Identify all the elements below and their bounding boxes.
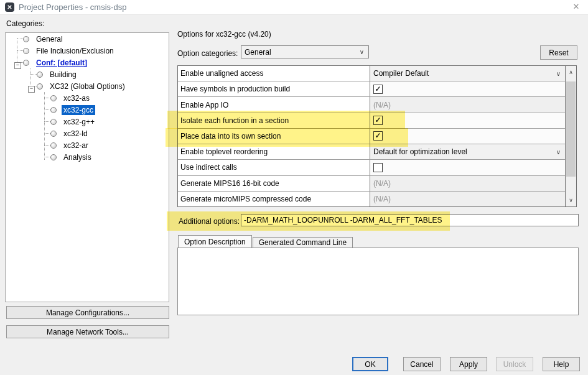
tree-item-xc32-ld[interactable]: xc32-ld [6, 127, 169, 139]
help-button[interactable]: Help [543, 357, 580, 371]
node-icon [50, 131, 57, 137]
scroll-down-icon[interactable]: ∨ [566, 194, 576, 206]
option-row-place-data-own-section: Place data into its own section ✓ [178, 129, 565, 144]
node-icon [23, 48, 29, 54]
manage-configurations-button[interactable]: Manage Configurations... [6, 306, 169, 319]
option-value-na: (N/A) [370, 97, 565, 112]
unlock-button: Unlock [496, 357, 533, 371]
scrollbar-thumb[interactable] [566, 81, 576, 177]
tree-item-xc32-ar[interactable]: xc32-ar [6, 139, 169, 151]
tree-item-analysis[interactable]: Analysis [6, 151, 169, 163]
categories-label: Categories: [6, 19, 44, 28]
options-heading: Options for xc32-gcc (v4.20) [177, 30, 271, 39]
scroll-up-icon[interactable]: ∧ [566, 66, 576, 78]
node-icon [23, 36, 29, 42]
option-row-use-indirect-calls: Use indirect calls [178, 160, 565, 175]
checkbox[interactable]: ✓ [373, 131, 383, 141]
option-name: Place data into its own section [178, 129, 370, 144]
option-value-dropdown[interactable]: Default for optimization level ∨ [370, 144, 565, 159]
categories-tree: − − General File Inclusion/Exclusion Con… [5, 32, 169, 302]
checkbox[interactable]: ✓ [373, 85, 383, 94]
tree-item-xc32-gcc[interactable]: xc32-gcc [6, 104, 169, 116]
node-icon [50, 119, 57, 125]
tree-item-file-inclusion[interactable]: File Inclusion/Exclusion [6, 45, 169, 57]
chevron-down-icon: ∨ [556, 149, 565, 155]
close-icon[interactable]: ✕ [571, 1, 582, 12]
mplab-app-icon: ✕ [5, 2, 14, 12]
option-value-dropdown[interactable]: Compiler Default ∨ [370, 66, 565, 81]
option-name: Enable toplevel reordering [178, 144, 370, 159]
option-categories-label: Option categories: [177, 49, 238, 58]
option-name: Enable unaligned access [178, 66, 370, 81]
option-value-na: (N/A) [370, 192, 565, 206]
additional-options-input[interactable]: -DARM_MATH_LOOPUNROLL -DARM_ALL_FFT_TABL… [241, 214, 579, 226]
node-icon [50, 107, 57, 113]
option-row-generate-mips16: Generate MIPS16 16-bit code (N/A) [178, 176, 565, 192]
table-scrollbar[interactable]: ∧ ∨ [565, 66, 576, 206]
collapse-toggle-conf[interactable]: − [14, 62, 21, 69]
option-name: Use indirect calls [178, 160, 370, 175]
option-name: Have symbols in production build [178, 81, 370, 96]
option-name: Generate MIPS16 16-bit code [178, 176, 370, 191]
option-categories-value: General [241, 48, 360, 57]
title-bar: ✕ Project Properties - cmsis-dsp ✕ [0, 0, 588, 15]
option-row-enable-toplevel-reordering: Enable toplevel reordering Default for o… [178, 144, 565, 160]
tab-option-description[interactable]: Option Description [178, 235, 252, 248]
chevron-down-icon: ∨ [360, 49, 368, 55]
chevron-down-icon: ∨ [556, 70, 565, 77]
option-row-isolate-each-function: Isolate each function in a section ✓ [178, 113, 565, 129]
window-title: Project Properties - cmsis-dsp [19, 2, 126, 12]
project-properties-dialog: ✕ Project Properties - cmsis-dsp ✕ Categ… [0, 0, 588, 375]
ok-button[interactable]: OK [352, 357, 388, 371]
reset-button[interactable]: Reset [540, 45, 577, 60]
node-icon [23, 60, 29, 66]
node-icon [50, 95, 57, 101]
manage-network-tools-button[interactable]: Manage Network Tools... [6, 325, 169, 338]
node-icon [50, 154, 57, 160]
node-icon [50, 142, 57, 149]
checkbox[interactable] [373, 163, 383, 172]
checkbox[interactable]: ✓ [373, 116, 383, 125]
tree-item-xc32-as[interactable]: xc32-as [6, 92, 169, 104]
option-description-panel [177, 248, 579, 315]
collapse-toggle-xc32[interactable]: − [28, 86, 35, 93]
option-value-na: (N/A) [370, 176, 565, 191]
option-name: Generate microMIPS compressed code [178, 192, 370, 206]
apply-button[interactable]: Apply [450, 357, 487, 371]
option-row-enable-unaligned-access: Enable unaligned access Compiler Default… [178, 66, 565, 81]
cancel-button[interactable]: Cancel [403, 357, 441, 371]
node-icon [37, 83, 43, 90]
option-row-enable-app-io: Enable App IO (N/A) [178, 97, 565, 113]
tree-item-xc32-gpp[interactable]: xc32-g++ [6, 116, 169, 127]
tree-item-general[interactable]: General [6, 33, 169, 45]
node-icon [37, 72, 43, 78]
option-row-generate-micromips: Generate microMIPS compressed code (N/A) [178, 192, 565, 206]
option-categories-select[interactable]: General ∨ [241, 45, 369, 58]
description-tabs: Option Description Generated Command Lin… [178, 236, 353, 248]
option-name: Isolate each function in a section [178, 113, 370, 128]
option-row-have-symbols: Have symbols in production build ✓ [178, 81, 565, 97]
additional-options-label: Additional options: [179, 217, 240, 226]
tree-item-building[interactable]: Building [6, 68, 169, 80]
tab-generated-command-line[interactable]: Generated Command Line [253, 237, 353, 248]
tree-item-conf-default[interactable]: Conf: [default] [6, 57, 169, 68]
option-name: Enable App IO [178, 97, 370, 112]
options-table: Enable unaligned access Compiler Default… [177, 65, 577, 207]
